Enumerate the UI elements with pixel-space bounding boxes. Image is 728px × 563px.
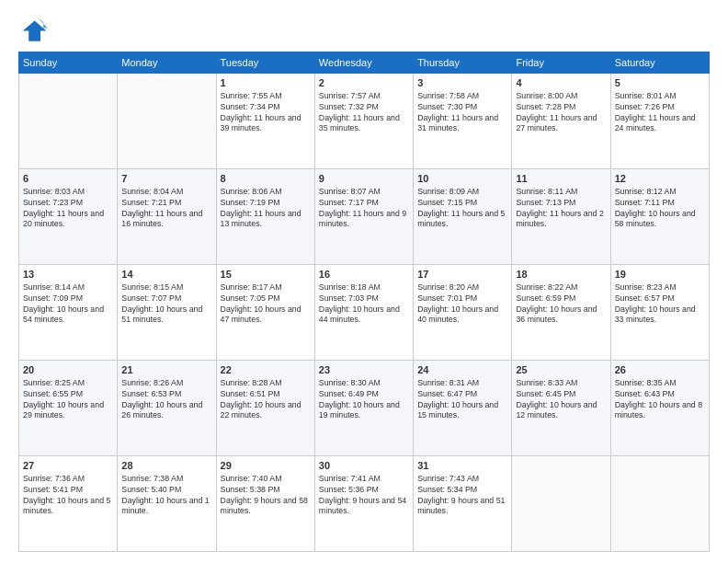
day-number: 4 bbox=[516, 76, 606, 90]
day-info: Sunrise: 8:00 AMSunset: 7:28 PMDaylight:… bbox=[516, 91, 606, 135]
day-info: Sunrise: 8:35 AMSunset: 6:43 PMDaylight:… bbox=[615, 378, 705, 422]
calendar-cell: 31Sunrise: 7:43 AMSunset: 5:34 PMDayligh… bbox=[414, 456, 512, 552]
calendar-cell: 4Sunrise: 8:00 AMSunset: 7:28 PMDaylight… bbox=[512, 74, 610, 169]
day-number: 29 bbox=[221, 459, 311, 473]
day-number: 6 bbox=[23, 172, 113, 186]
day-number: 31 bbox=[417, 459, 507, 473]
calendar-week-row: 13Sunrise: 8:14 AMSunset: 7:09 PMDayligh… bbox=[19, 265, 710, 361]
day-info: Sunrise: 7:36 AMSunset: 5:41 PMDaylight:… bbox=[23, 474, 113, 518]
day-info: Sunrise: 8:18 AMSunset: 7:03 PMDaylight:… bbox=[319, 282, 409, 327]
calendar-cell bbox=[118, 74, 216, 169]
day-info: Sunrise: 8:26 AMSunset: 6:53 PMDaylight:… bbox=[121, 378, 211, 422]
day-info: Sunrise: 7:58 AMSunset: 7:30 PMDaylight:… bbox=[417, 91, 507, 135]
calendar-cell: 9Sunrise: 8:07 AMSunset: 7:17 PMDaylight… bbox=[314, 169, 413, 265]
calendar-cell: 6Sunrise: 8:03 AMSunset: 7:23 PMDaylight… bbox=[19, 169, 118, 265]
col-header-thursday: Thursday bbox=[414, 52, 512, 74]
logo-icon bbox=[18, 15, 48, 44]
calendar-cell: 24Sunrise: 8:31 AMSunset: 6:47 PMDayligh… bbox=[414, 361, 512, 456]
day-number: 23 bbox=[319, 363, 409, 377]
header bbox=[18, 15, 710, 44]
calendar-cell: 1Sunrise: 7:55 AMSunset: 7:34 PMDaylight… bbox=[216, 74, 314, 169]
day-number: 19 bbox=[615, 268, 705, 282]
day-number: 20 bbox=[23, 363, 113, 377]
calendar-cell: 8Sunrise: 8:06 AMSunset: 7:19 PMDaylight… bbox=[216, 169, 314, 265]
day-number: 14 bbox=[121, 268, 211, 282]
day-number: 18 bbox=[516, 268, 606, 282]
day-number: 15 bbox=[221, 268, 311, 282]
day-info: Sunrise: 8:22 AMSunset: 6:59 PMDaylight:… bbox=[516, 282, 606, 327]
calendar-cell bbox=[19, 74, 118, 169]
day-number: 10 bbox=[417, 172, 507, 186]
day-number: 16 bbox=[319, 268, 409, 282]
day-info: Sunrise: 7:57 AMSunset: 7:32 PMDaylight:… bbox=[319, 91, 409, 135]
col-header-wednesday: Wednesday bbox=[314, 52, 413, 74]
day-info: Sunrise: 8:14 AMSunset: 7:09 PMDaylight:… bbox=[23, 282, 113, 327]
day-info: Sunrise: 8:30 AMSunset: 6:49 PMDaylight:… bbox=[319, 378, 409, 422]
day-number: 3 bbox=[417, 76, 507, 90]
calendar-cell: 19Sunrise: 8:23 AMSunset: 6:57 PMDayligh… bbox=[610, 265, 709, 361]
day-info: Sunrise: 8:25 AMSunset: 6:55 PMDaylight:… bbox=[23, 378, 113, 422]
calendar-cell: 14Sunrise: 8:15 AMSunset: 7:07 PMDayligh… bbox=[118, 265, 216, 361]
col-header-tuesday: Tuesday bbox=[216, 52, 314, 74]
calendar-cell: 13Sunrise: 8:14 AMSunset: 7:09 PMDayligh… bbox=[19, 265, 118, 361]
calendar-cell: 3Sunrise: 7:58 AMSunset: 7:30 PMDaylight… bbox=[414, 74, 512, 169]
day-info: Sunrise: 8:28 AMSunset: 6:51 PMDaylight:… bbox=[221, 378, 311, 422]
calendar-cell: 23Sunrise: 8:30 AMSunset: 6:49 PMDayligh… bbox=[314, 361, 413, 456]
day-info: Sunrise: 8:09 AMSunset: 7:15 PMDaylight:… bbox=[417, 187, 507, 231]
day-info: Sunrise: 8:06 AMSunset: 7:19 PMDaylight:… bbox=[221, 187, 311, 231]
day-info: Sunrise: 8:15 AMSunset: 7:07 PMDaylight:… bbox=[121, 282, 211, 327]
col-header-friday: Friday bbox=[512, 52, 610, 74]
calendar-cell: 21Sunrise: 8:26 AMSunset: 6:53 PMDayligh… bbox=[118, 361, 216, 456]
day-number: 24 bbox=[417, 363, 507, 377]
calendar-cell: 18Sunrise: 8:22 AMSunset: 6:59 PMDayligh… bbox=[512, 265, 610, 361]
calendar-cell: 5Sunrise: 8:01 AMSunset: 7:26 PMDaylight… bbox=[610, 74, 709, 169]
day-info: Sunrise: 8:12 AMSunset: 7:11 PMDaylight:… bbox=[615, 187, 705, 231]
col-header-saturday: Saturday bbox=[610, 52, 709, 74]
day-number: 12 bbox=[615, 172, 705, 186]
day-number: 7 bbox=[121, 172, 211, 186]
day-number: 27 bbox=[23, 459, 113, 473]
calendar-cell: 16Sunrise: 8:18 AMSunset: 7:03 PMDayligh… bbox=[314, 265, 413, 361]
calendar-cell: 29Sunrise: 7:40 AMSunset: 5:38 PMDayligh… bbox=[216, 456, 314, 552]
calendar-week-row: 27Sunrise: 7:36 AMSunset: 5:41 PMDayligh… bbox=[19, 456, 710, 552]
calendar-cell: 20Sunrise: 8:25 AMSunset: 6:55 PMDayligh… bbox=[19, 361, 118, 456]
day-info: Sunrise: 8:03 AMSunset: 7:23 PMDaylight:… bbox=[23, 187, 113, 231]
day-number: 13 bbox=[23, 268, 113, 282]
day-number: 5 bbox=[615, 76, 705, 90]
calendar-cell: 22Sunrise: 8:28 AMSunset: 6:51 PMDayligh… bbox=[216, 361, 314, 456]
day-number: 17 bbox=[417, 268, 507, 282]
day-number: 28 bbox=[121, 459, 211, 473]
day-info: Sunrise: 8:20 AMSunset: 7:01 PMDaylight:… bbox=[417, 282, 507, 327]
day-info: Sunrise: 8:11 AMSunset: 7:13 PMDaylight:… bbox=[516, 187, 606, 231]
day-info: Sunrise: 8:17 AMSunset: 7:05 PMDaylight:… bbox=[221, 282, 311, 327]
day-number: 2 bbox=[319, 76, 409, 90]
day-number: 9 bbox=[319, 172, 409, 186]
calendar-header-row: SundayMondayTuesdayWednesdayThursdayFrid… bbox=[19, 52, 710, 74]
day-number: 26 bbox=[615, 363, 705, 377]
day-number: 8 bbox=[221, 172, 311, 186]
day-info: Sunrise: 7:40 AMSunset: 5:38 PMDaylight:… bbox=[221, 474, 311, 518]
day-info: Sunrise: 7:38 AMSunset: 5:40 PMDaylight:… bbox=[121, 474, 211, 518]
page: SundayMondayTuesdayWednesdayThursdayFrid… bbox=[0, 0, 728, 563]
calendar: SundayMondayTuesdayWednesdayThursdayFrid… bbox=[18, 52, 710, 552]
day-info: Sunrise: 8:07 AMSunset: 7:17 PMDaylight:… bbox=[319, 187, 409, 231]
day-info: Sunrise: 8:31 AMSunset: 6:47 PMDaylight:… bbox=[417, 378, 507, 422]
calendar-cell: 28Sunrise: 7:38 AMSunset: 5:40 PMDayligh… bbox=[118, 456, 216, 552]
calendar-week-row: 1Sunrise: 7:55 AMSunset: 7:34 PMDaylight… bbox=[19, 74, 710, 169]
calendar-cell: 15Sunrise: 8:17 AMSunset: 7:05 PMDayligh… bbox=[216, 265, 314, 361]
calendar-cell: 17Sunrise: 8:20 AMSunset: 7:01 PMDayligh… bbox=[414, 265, 512, 361]
calendar-cell: 7Sunrise: 8:04 AMSunset: 7:21 PMDaylight… bbox=[118, 169, 216, 265]
calendar-cell: 12Sunrise: 8:12 AMSunset: 7:11 PMDayligh… bbox=[610, 169, 709, 265]
day-number: 25 bbox=[516, 363, 606, 377]
calendar-week-row: 6Sunrise: 8:03 AMSunset: 7:23 PMDaylight… bbox=[19, 169, 710, 265]
calendar-cell: 30Sunrise: 7:41 AMSunset: 5:36 PMDayligh… bbox=[314, 456, 413, 552]
svg-marker-0 bbox=[23, 20, 47, 40]
col-header-monday: Monday bbox=[118, 52, 216, 74]
calendar-cell: 10Sunrise: 8:09 AMSunset: 7:15 PMDayligh… bbox=[414, 169, 512, 265]
day-number: 30 bbox=[319, 459, 409, 473]
day-info: Sunrise: 8:23 AMSunset: 6:57 PMDaylight:… bbox=[615, 282, 705, 327]
day-info: Sunrise: 7:43 AMSunset: 5:34 PMDaylight:… bbox=[417, 474, 507, 518]
day-info: Sunrise: 7:55 AMSunset: 7:34 PMDaylight:… bbox=[221, 91, 311, 135]
day-info: Sunrise: 7:41 AMSunset: 5:36 PMDaylight:… bbox=[319, 474, 409, 518]
calendar-week-row: 20Sunrise: 8:25 AMSunset: 6:55 PMDayligh… bbox=[19, 361, 710, 456]
